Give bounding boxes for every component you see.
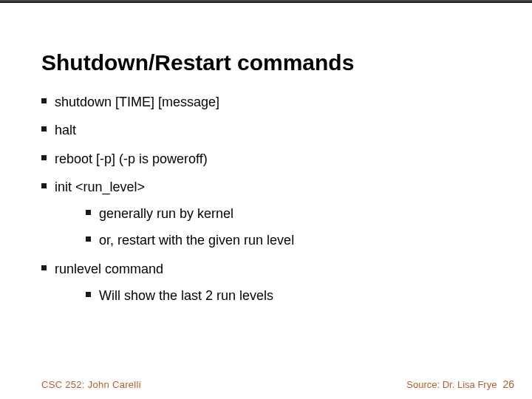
footer-course: CSC 252: John Carelli bbox=[41, 379, 141, 390]
top-accent-bar bbox=[0, 0, 532, 3]
init-sublist: generally run by kernel or, restart with… bbox=[86, 205, 502, 250]
footer: CSC 252: John Carelli Source: Dr. Lisa F… bbox=[41, 378, 514, 390]
bullet-shutdown: shutdown [TIME] [message] bbox=[41, 93, 502, 111]
subbullet-last2: Will show the last 2 run levels bbox=[86, 287, 502, 304]
runlevel-sublist: Will show the last 2 run levels bbox=[86, 287, 502, 304]
slide-title: Shutdown/Restart commands bbox=[41, 50, 532, 75]
page-number: 26 bbox=[502, 378, 514, 390]
bullet-runlevel: runlevel command Will show the last 2 ru… bbox=[41, 260, 502, 305]
bullet-halt: halt bbox=[41, 121, 502, 139]
bullet-init-text: init <run_level> bbox=[55, 180, 145, 194]
bullet-list: shutdown [TIME] [message] halt reboot [-… bbox=[41, 93, 502, 304]
footer-source-group: Source: Dr. Lisa Frye 26 bbox=[406, 378, 514, 390]
bullet-init: init <run_level> generally run by kernel… bbox=[41, 178, 502, 250]
bullet-runlevel-text: runlevel command bbox=[55, 262, 163, 276]
subbullet-kernel: generally run by kernel bbox=[86, 205, 502, 222]
bullet-reboot: reboot [-p] (-p is poweroff) bbox=[41, 150, 502, 168]
slide: Shutdown/Restart commands shutdown [TIME… bbox=[0, 0, 532, 399]
footer-source: Source: Dr. Lisa Frye bbox=[406, 379, 497, 390]
subbullet-restart: or, restart with the given run level bbox=[86, 231, 502, 249]
